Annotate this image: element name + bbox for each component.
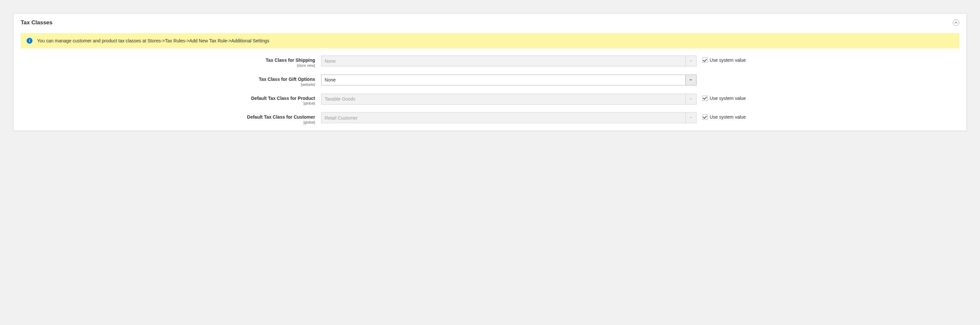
field-row-default-product: Default Tax Class for Product [global] T… [21,94,959,106]
use-system-value-checkbox[interactable]: Use system value [702,96,746,101]
extra-col [697,75,702,77]
select-default-tax-class-customer: Retail Customer [321,112,697,123]
tax-classes-panel: Tax Classes i You can manage customer an… [13,13,967,131]
control-col: None [321,56,697,66]
label-col: Tax Class for Gift Options [website] [21,75,321,86]
checkbox-label: Use system value [710,114,746,120]
extra-col: Use system value [697,94,746,101]
checkbox-icon [702,58,708,63]
notice-text: You can manage customer and product tax … [37,38,269,43]
select-arrow [686,94,697,104]
control-col: Retail Customer [321,112,697,123]
field-label: Default Tax Class for Customer [247,114,315,120]
select-value: None [321,56,686,66]
field-label: Tax Class for Shipping [266,58,315,63]
panel-title: Tax Classes [21,19,52,26]
select-tax-class-shipping: None [321,56,697,66]
info-icon: i [27,38,32,44]
checkbox-label: Use system value [710,96,746,101]
extra-col: Use system value [697,56,746,63]
field-scope: [store view] [21,63,315,67]
caret-down-icon [689,78,692,82]
field-label: Default Tax Class for Product [251,96,315,101]
select-default-tax-class-product: Taxable Goods [321,94,697,104]
field-scope: [global] [21,101,315,105]
field-row-default-customer: Default Tax Class for Customer [global] … [21,112,959,124]
select-tax-class-gift-options[interactable]: None [321,75,697,85]
select-value: Taxable Goods [321,94,686,104]
field-scope: [global] [21,120,315,124]
checkbox-icon [702,96,708,101]
extra-col: Use system value [697,112,746,120]
field-scope: [website] [21,82,315,86]
select-arrow[interactable] [686,75,697,85]
checkbox-label: Use system value [710,58,746,63]
form-rows: Tax Class for Shipping [store view] None… [13,56,967,131]
label-col: Tax Class for Shipping [store view] [21,56,321,67]
use-system-value-checkbox[interactable]: Use system value [702,114,746,120]
panel-header: Tax Classes [13,13,967,29]
control-col: None [321,75,697,85]
select-value: Retail Customer [321,112,686,123]
chevron-up-icon [955,21,958,24]
caret-down-icon [689,116,692,119]
field-label: Tax Class for Gift Options [259,77,315,82]
select-arrow [686,112,697,123]
select-value: None [321,75,686,85]
caret-down-icon [689,59,692,62]
checkbox-icon [702,114,708,120]
collapse-toggle[interactable] [953,19,959,26]
label-col: Default Tax Class for Product [global] [21,94,321,106]
field-row-gift-options: Tax Class for Gift Options [website] Non… [21,75,959,86]
field-row-shipping: Tax Class for Shipping [store view] None… [21,56,959,67]
control-col: Taxable Goods [321,94,697,104]
info-notice: i You can manage customer and product ta… [21,33,959,48]
caret-down-icon [689,98,692,101]
use-system-value-checkbox[interactable]: Use system value [702,58,746,63]
select-arrow [686,56,697,66]
label-col: Default Tax Class for Customer [global] [21,112,321,124]
